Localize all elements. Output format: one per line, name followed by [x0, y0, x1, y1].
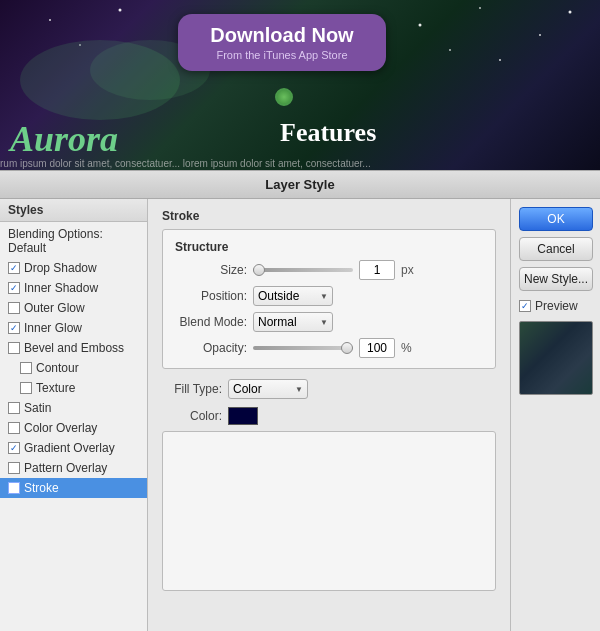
- pattern-overlay-label: Pattern Overlay: [24, 461, 107, 475]
- svg-point-1: [119, 9, 122, 12]
- texture-checkbox[interactable]: [20, 382, 32, 394]
- style-item-contour[interactable]: Contour: [0, 358, 147, 378]
- features-title: Features: [280, 118, 376, 148]
- stroke-settings-panel: Stroke Structure Size: px Position: Outs…: [148, 199, 510, 631]
- pattern-overlay-checkbox[interactable]: [8, 462, 20, 474]
- opacity-slider[interactable]: [253, 346, 353, 350]
- opacity-row: Opacity: %: [175, 338, 483, 358]
- ok-button[interactable]: OK: [519, 207, 593, 231]
- styles-panel: Styles Blending Options: Default ✓ Drop …: [0, 199, 148, 631]
- outer-glow-label: Outer Glow: [24, 301, 85, 315]
- style-item-stroke[interactable]: ✓ Stroke: [0, 478, 147, 498]
- download-button-subtitle: From the iTunes App Store: [196, 49, 368, 61]
- inner-glow-checkbox[interactable]: ✓: [8, 322, 20, 334]
- opacity-label: Opacity:: [175, 341, 247, 355]
- style-item-satin[interactable]: Satin: [0, 398, 147, 418]
- fill-type-label: Fill Type:: [162, 382, 222, 396]
- svg-point-10: [499, 59, 501, 61]
- dialog-title: Layer Style: [265, 177, 334, 192]
- svg-point-0: [49, 19, 51, 21]
- bevel-emboss-label: Bevel and Emboss: [24, 341, 124, 355]
- outer-glow-checkbox[interactable]: [8, 302, 20, 314]
- position-dropdown-arrow: ▼: [320, 292, 328, 301]
- bevel-emboss-checkbox[interactable]: [8, 342, 20, 354]
- color-overlay-checkbox[interactable]: [8, 422, 20, 434]
- style-item-texture[interactable]: Texture: [0, 378, 147, 398]
- contour-checkbox[interactable]: [20, 362, 32, 374]
- position-dropdown[interactable]: Outside ▼: [253, 286, 333, 306]
- fill-type-row: Fill Type: Color ▼: [162, 379, 496, 399]
- inner-glow-label: Inner Glow: [24, 321, 82, 335]
- stroke-checkbox[interactable]: ✓: [8, 482, 20, 494]
- dialog-body: Styles Blending Options: Default ✓ Drop …: [0, 199, 600, 631]
- preview-row: ✓ Preview: [519, 299, 592, 313]
- aurora-title: Aurora: [10, 118, 118, 160]
- svg-point-6: [539, 34, 541, 36]
- blending-options-label: Blending Options: Default: [8, 227, 139, 255]
- style-item-inner-glow[interactable]: ✓ Inner Glow: [0, 318, 147, 338]
- size-slider[interactable]: [253, 268, 353, 272]
- color-swatch[interactable]: [228, 407, 258, 425]
- style-item-gradient-overlay[interactable]: ✓ Gradient Overlay: [0, 438, 147, 458]
- styles-list: Blending Options: Default ✓ Drop Shadow …: [0, 222, 147, 631]
- blend-mode-dropdown-arrow: ▼: [320, 318, 328, 327]
- contour-label: Contour: [36, 361, 79, 375]
- action-panel: OK Cancel New Style... ✓ Preview: [510, 199, 600, 631]
- svg-point-5: [479, 7, 481, 9]
- drop-shadow-checkbox[interactable]: ✓: [8, 262, 20, 274]
- satin-checkbox[interactable]: [8, 402, 20, 414]
- satin-label: Satin: [24, 401, 51, 415]
- fill-type-dropdown-arrow: ▼: [295, 385, 303, 394]
- size-row: Size: px: [175, 260, 483, 280]
- gradient-overlay-checkbox[interactable]: ✓: [8, 442, 20, 454]
- size-input[interactable]: [359, 260, 395, 280]
- preview-label-text: Preview: [535, 299, 578, 313]
- structure-title: Structure: [175, 240, 483, 254]
- download-button-title: Download Now: [196, 24, 368, 47]
- style-item-inner-shadow[interactable]: ✓ Inner Shadow: [0, 278, 147, 298]
- style-item-pattern-overlay[interactable]: Pattern Overlay: [0, 458, 147, 478]
- size-label: Size:: [175, 263, 247, 277]
- blend-mode-row: Blend Mode: Normal ▼: [175, 312, 483, 332]
- svg-point-9: [449, 49, 451, 51]
- fill-type-value: Color: [233, 382, 262, 396]
- lorem-text: rum ipsum dolor sit amet, consectatuer..…: [0, 158, 600, 169]
- download-button[interactable]: Download Now From the iTunes App Store: [178, 14, 386, 71]
- color-overlay-label: Color Overlay: [24, 421, 97, 435]
- blend-mode-dropdown[interactable]: Normal ▼: [253, 312, 333, 332]
- size-unit: px: [401, 263, 414, 277]
- opacity-input[interactable]: [359, 338, 395, 358]
- style-item-blending[interactable]: Blending Options: Default: [0, 224, 147, 258]
- gradient-overlay-label: Gradient Overlay: [24, 441, 115, 455]
- styles-header: Styles: [0, 199, 147, 222]
- preview-box: [519, 321, 593, 395]
- position-value: Outside: [258, 289, 299, 303]
- inner-shadow-checkbox[interactable]: ✓: [8, 282, 20, 294]
- style-item-outer-glow[interactable]: Outer Glow: [0, 298, 147, 318]
- blend-mode-value: Normal: [258, 315, 297, 329]
- style-item-color-overlay[interactable]: Color Overlay: [0, 418, 147, 438]
- style-item-bevel-emboss[interactable]: Bevel and Emboss: [0, 338, 147, 358]
- stroke-section-title: Stroke: [162, 209, 496, 223]
- fill-type-dropdown[interactable]: Color ▼: [228, 379, 308, 399]
- texture-label: Texture: [36, 381, 75, 395]
- stroke-content-area: [162, 431, 496, 591]
- color-label: Color:: [162, 409, 222, 423]
- opacity-unit: %: [401, 341, 412, 355]
- preview-checkbox[interactable]: ✓: [519, 300, 531, 312]
- position-row: Position: Outside ▼: [175, 286, 483, 306]
- inner-shadow-label: Inner Shadow: [24, 281, 98, 295]
- stroke-label: Stroke: [24, 481, 59, 495]
- drop-shadow-label: Drop Shadow: [24, 261, 97, 275]
- style-item-drop-shadow[interactable]: ✓ Drop Shadow: [0, 258, 147, 278]
- blend-mode-label: Blend Mode:: [175, 315, 247, 329]
- dialog-titlebar: Layer Style: [0, 171, 600, 199]
- new-style-button[interactable]: New Style...: [519, 267, 593, 291]
- layer-style-dialog: Layer Style Styles Blending Options: Def…: [0, 170, 600, 631]
- svg-point-4: [419, 24, 422, 27]
- svg-point-7: [569, 11, 572, 14]
- color-row: Color:: [162, 407, 496, 425]
- structure-box: Structure Size: px Position: Outside ▼: [162, 229, 496, 369]
- position-label: Position:: [175, 289, 247, 303]
- cancel-button[interactable]: Cancel: [519, 237, 593, 261]
